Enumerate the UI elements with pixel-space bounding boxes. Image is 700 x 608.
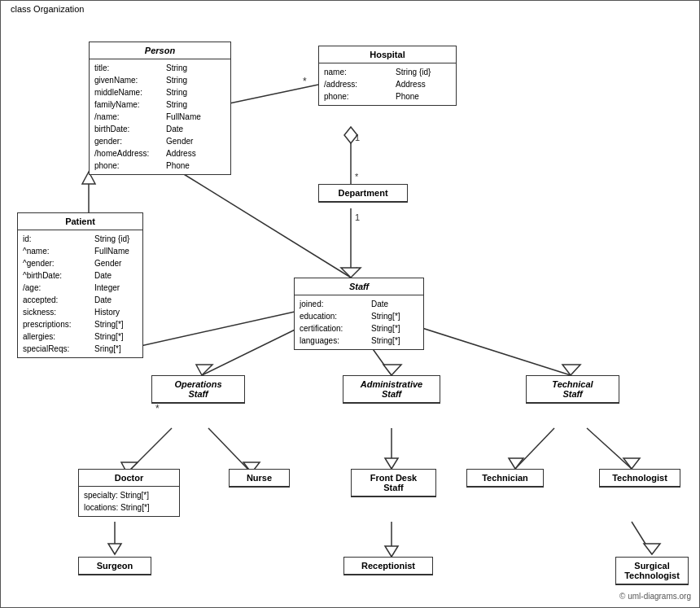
department-class: Department (318, 184, 408, 203)
copyright-text: © uml-diagrams.org (619, 592, 691, 601)
svg-marker-13 (341, 268, 361, 278)
diagram-title: class Organization (7, 4, 88, 14)
administrative-staff-header: AdministrativeStaff (343, 376, 440, 403)
svg-text:*: * (355, 265, 359, 275)
patient-body: id:String {id} ^name:FullName ^gender:Ge… (18, 230, 142, 357)
doctor-body: specialty: String[*] locations: String[*… (79, 487, 179, 516)
svg-text:1: 1 (355, 212, 360, 222)
person-body: title:String givenName:String middleName… (90, 59, 230, 174)
svg-marker-4 (344, 127, 357, 143)
patient-class: Patient id:String {id} ^name:FullName ^g… (17, 212, 143, 358)
surgical-technologist-class: SurgicalTechnologist (615, 557, 689, 585)
technician-header: Technician (467, 470, 543, 487)
receptionist-header: Receptionist (344, 558, 432, 575)
person-class: Person title:String givenName:String mid… (89, 42, 231, 175)
patient-header: Patient (18, 213, 142, 230)
svg-line-28 (587, 428, 632, 469)
department-header: Department (319, 185, 407, 202)
svg-marker-33 (385, 546, 398, 557)
svg-text:*: * (303, 76, 307, 87)
operations-staff-header: OperationsStaff (152, 376, 244, 403)
administrative-staff-class: AdministrativeStaff (343, 375, 440, 404)
svg-marker-31 (108, 544, 121, 554)
svg-marker-29 (623, 458, 640, 469)
hospital-class: Hospital name:String {id} /address:Addre… (318, 46, 457, 106)
technical-staff-class: TechnicalStaff (526, 375, 619, 404)
surgeon-class: Surgeon (78, 557, 151, 575)
staff-body: joined:Date education:String[*] certific… (295, 295, 423, 349)
technologist-class: Technologist (599, 469, 680, 488)
technical-staff-header: TechnicalStaff (527, 376, 619, 403)
diagram-container: class Organization * * 1 * 1 * (0, 0, 700, 608)
doctor-header: Doctor (79, 470, 179, 487)
nurse-header: Nurse (230, 470, 289, 487)
svg-marker-35 (644, 544, 660, 554)
svg-marker-17 (383, 365, 401, 375)
svg-line-36 (119, 310, 302, 351)
svg-marker-25 (385, 458, 398, 469)
svg-marker-27 (509, 458, 523, 469)
svg-text:*: * (155, 403, 160, 414)
doctor-class: Doctor specialty: String[*] locations: S… (78, 469, 180, 517)
receptionist-class: Receptionist (343, 557, 433, 575)
front-desk-staff-class: Front DeskStaff (351, 469, 436, 497)
hospital-header: Hospital (319, 46, 456, 63)
hospital-body: name:String {id} /address:Address phone:… (319, 63, 456, 105)
staff-header: Staff (295, 278, 423, 295)
svg-line-20 (127, 428, 172, 473)
svg-marker-19 (562, 365, 580, 375)
staff-class: Staff joined:Date education:String[*] ce… (294, 278, 424, 350)
surgeon-header: Surgeon (79, 558, 151, 575)
operations-staff-class: OperationsStaff (151, 375, 245, 404)
technologist-header: Technologist (600, 470, 680, 487)
svg-line-22 (208, 428, 252, 473)
surgical-technologist-header: SurgicalTechnologist (616, 558, 688, 584)
svg-line-34 (632, 522, 652, 554)
svg-marker-15 (196, 365, 212, 375)
person-header: Person (90, 42, 230, 59)
front-desk-staff-header: Front DeskStaff (352, 470, 435, 496)
svg-text:*: * (355, 172, 359, 182)
nurse-class: Nurse (229, 469, 290, 488)
technician-class: Technician (466, 469, 544, 488)
svg-line-26 (515, 428, 554, 469)
svg-text:1: 1 (355, 133, 360, 142)
